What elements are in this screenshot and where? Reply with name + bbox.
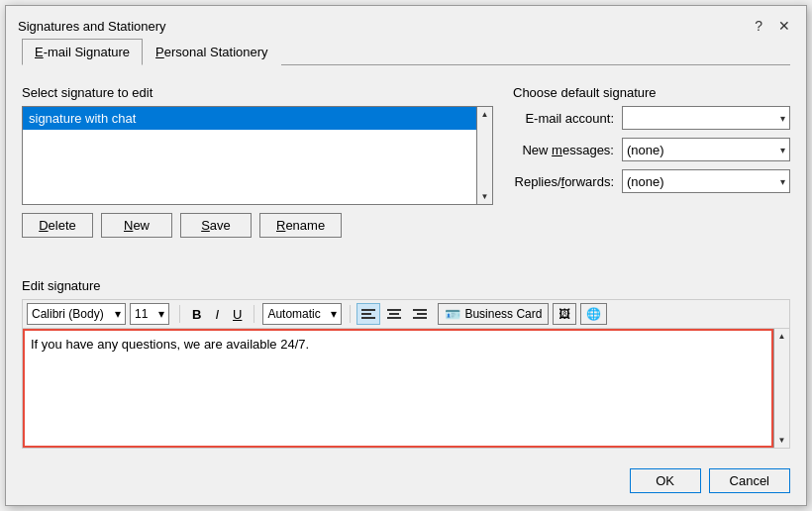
- email-account-label: E-mail account:: [513, 111, 622, 126]
- italic-button[interactable]: I: [209, 303, 225, 325]
- align-left-icon: [361, 309, 375, 319]
- replies-row: Replies/forwards: (none) ▾: [513, 169, 790, 193]
- picture-icon: 🖼: [558, 307, 570, 321]
- new-messages-label: New messages:: [513, 143, 622, 157]
- select-sig-label: Select signature to edit: [22, 85, 493, 100]
- editor-outer: If you have any questions, we are availa…: [22, 328, 790, 449]
- email-account-select[interactable]: ▾: [622, 106, 790, 130]
- scroll-up-arrow[interactable]: ▲: [481, 107, 489, 122]
- insert-picture-button[interactable]: 🖼: [553, 303, 576, 325]
- sig-list-scrollbar[interactable]: ▲ ▼: [477, 106, 493, 205]
- align-left-button[interactable]: [356, 303, 380, 325]
- business-card-button[interactable]: 🪪 Business Card: [438, 303, 549, 325]
- tabs: E-mail Signature Personal Stationery: [22, 38, 790, 65]
- editor-scroll-up[interactable]: ▲: [778, 329, 786, 344]
- title-bar-controls: ? ✕: [751, 18, 794, 34]
- rename-button[interactable]: Rename: [259, 213, 342, 238]
- email-account-arrow: ▾: [780, 113, 785, 124]
- tabs-container: E-mail Signature Personal Stationery: [6, 38, 806, 77]
- ok-button[interactable]: OK: [630, 468, 701, 493]
- hyperlink-icon: 🌐: [586, 307, 601, 321]
- insert-hyperlink-button[interactable]: 🌐: [580, 303, 607, 325]
- close-button[interactable]: ✕: [774, 18, 794, 34]
- separator-2: [254, 305, 254, 323]
- font-selector[interactable]: Calibri (Body) ▾: [27, 303, 126, 325]
- delete-button[interactable]: Delete: [22, 213, 93, 238]
- main-layout: Select signature to edit signature with …: [22, 85, 790, 268]
- edit-sig-section: Edit signature Calibri (Body) ▾ 11 ▾ B I: [22, 278, 790, 449]
- tab-personal-stationery[interactable]: Personal Stationery: [143, 39, 280, 65]
- scroll-down-arrow[interactable]: ▼: [481, 189, 489, 204]
- scroll-track: [477, 122, 492, 189]
- new-button[interactable]: New: [101, 213, 172, 238]
- font-size: 11: [135, 307, 148, 321]
- color-selector[interactable]: Automatic ▾: [262, 303, 342, 325]
- font-arrow: ▾: [115, 307, 121, 321]
- editor-scroll-down[interactable]: ▼: [778, 433, 786, 448]
- help-button[interactable]: ?: [751, 18, 766, 34]
- dialog-content: Select signature to edit signature with …: [6, 77, 806, 460]
- font-size-arrow: ▾: [158, 307, 164, 321]
- choose-default-label: Choose default signature: [513, 85, 790, 100]
- replies-arrow: ▾: [780, 176, 785, 187]
- separator-1: [179, 305, 180, 323]
- color-arrow: ▾: [331, 307, 337, 321]
- right-panel: Choose default signature E-mail account:…: [513, 85, 790, 268]
- signature-item[interactable]: signature with chat: [23, 107, 476, 130]
- replies-select[interactable]: (none) ▾: [622, 169, 790, 193]
- business-card-label: Business Card: [464, 307, 542, 321]
- new-messages-row: New messages: (none) ▾: [513, 138, 790, 161]
- dialog: Signatures and Stationery ? ✕ E-mail Sig…: [5, 5, 807, 506]
- editor-scrollbar[interactable]: ▲ ▼: [773, 329, 789, 448]
- title-bar: Signatures and Stationery ? ✕: [6, 6, 806, 38]
- sig-buttons: Delete New Save Rename: [22, 213, 493, 238]
- new-messages-arrow: ▾: [780, 145, 785, 155]
- replies-value: (none): [627, 174, 664, 189]
- font-size-selector[interactable]: 11 ▾: [130, 303, 169, 325]
- editor-toolbar: Calibri (Body) ▾ 11 ▾ B I U Automatic: [22, 299, 790, 328]
- separator-3: [350, 305, 351, 323]
- signature-list: signature with chat: [22, 106, 477, 205]
- color-label: Automatic: [267, 307, 320, 321]
- tab-email-signature[interactable]: E-mail Signature: [22, 39, 143, 65]
- font-name: Calibri (Body): [32, 307, 104, 321]
- left-panel: Select signature to edit signature with …: [22, 85, 493, 268]
- business-card-icon: 🪪: [445, 307, 460, 322]
- underline-button[interactable]: U: [227, 303, 248, 325]
- dialog-title: Signatures and Stationery: [18, 19, 166, 34]
- new-messages-value: (none): [627, 143, 664, 157]
- signature-list-container: signature with chat ▲ ▼: [22, 106, 493, 205]
- signature-text-editor[interactable]: If you have any questions, we are availa…: [23, 329, 773, 448]
- save-button[interactable]: Save: [180, 213, 252, 238]
- cancel-button[interactable]: Cancel: [709, 468, 790, 493]
- align-center-button[interactable]: [382, 303, 406, 325]
- align-right-icon: [413, 309, 427, 319]
- dialog-footer: OK Cancel: [6, 460, 806, 505]
- new-messages-select[interactable]: (none) ▾: [622, 138, 790, 161]
- bold-button[interactable]: B: [186, 303, 207, 325]
- align-center-icon: [387, 309, 401, 319]
- edit-sig-label: Edit signature: [22, 278, 790, 293]
- editor-content: If you have any questions, we are availa…: [31, 337, 309, 352]
- email-account-row: E-mail account: ▾: [513, 106, 790, 130]
- replies-label: Replies/forwards:: [513, 174, 622, 189]
- align-right-button[interactable]: [408, 303, 432, 325]
